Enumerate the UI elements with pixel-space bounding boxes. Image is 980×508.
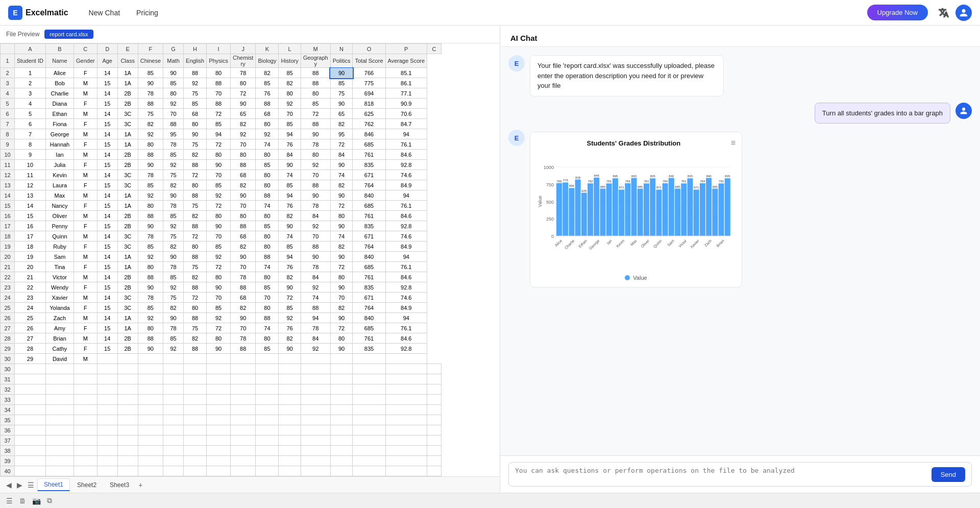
sheet-tab-1[interactable]: Sheet1 [37,478,70,491]
cell-r12-c12[interactable]: 70 [301,170,330,180]
empty-cell-r35-c13[interactable] [330,415,353,425]
cell-r17-c9[interactable]: 88 [231,221,256,231]
cell-r11-c15[interactable]: 92.8 [385,160,427,170]
cell-r27-c2[interactable]: F [74,323,97,333]
cell-r6-c9[interactable]: 65 [231,109,256,119]
sheet-menu-icon[interactable]: ☰ [26,481,36,489]
cell-r5-c4[interactable]: 2B [117,99,138,109]
empty-cell-r35-c6[interactable] [163,415,184,425]
empty-cell-r38-c13[interactable] [330,446,353,456]
empty-cell-r33-c14[interactable] [353,395,385,405]
cell-r12-c15[interactable]: 74.6 [385,170,427,180]
cell-r29-c5[interactable]: 90 [138,344,163,354]
cell-r27-c10[interactable]: 74 [256,323,279,333]
cell-r23-c13[interactable]: 90 [330,282,353,293]
cell-r19-c14[interactable]: 764 [353,241,385,252]
cell-r20-c14[interactable]: 840 [353,252,385,262]
empty-cell-r39-c5[interactable] [138,456,163,466]
empty-cell-r33-c1[interactable] [45,395,74,405]
cell-r24-c8[interactable]: 70 [207,293,231,303]
empty-cell-r36-c12[interactable] [301,425,330,436]
cell-r11-c9[interactable]: 88 [231,160,256,170]
cell-r2-c15[interactable]: 85.1 [385,68,427,78]
empty-cell-r36-c8[interactable] [207,425,231,436]
cell-r15-c7[interactable]: 75 [184,201,207,211]
cell-r11-c3[interactable]: 15 [97,160,117,170]
empty-cell-r33-c15[interactable] [385,395,427,405]
empty-cell-r33-c2[interactable] [74,395,97,405]
cell-r30-c0[interactable]: 29 [15,354,46,364]
cell-r19-c15[interactable]: 84.9 [385,241,427,252]
empty-cell-r35-c1[interactable] [45,415,74,425]
cell-r25-c14[interactable]: 764 [353,303,385,313]
cell-r23-c3[interactable]: 15 [97,282,117,293]
bottom-icon-1[interactable]: ☰ [6,497,13,505]
cell-r25-c8[interactable]: 85 [207,303,231,313]
cell-r27-c14[interactable]: 685 [353,323,385,333]
cell-r14-c11[interactable]: 94 [279,190,301,201]
cell-r16-c8[interactable]: 80 [207,211,231,221]
cell-r3-c10[interactable]: 85 [256,78,279,88]
empty-cell-r35-c0[interactable] [15,415,46,425]
empty-cell-r38-c11[interactable] [279,446,301,456]
cell-r11-c4[interactable]: 2B [117,160,138,170]
empty-cell-r36-c16[interactable] [427,425,442,436]
cell-r27-c15[interactable]: 76.1 [385,323,427,333]
cell-r20-c5[interactable]: 92 [138,252,163,262]
empty-cell-r40-c9[interactable] [231,466,256,476]
empty-cell-r30-c8[interactable] [207,364,231,374]
empty-cell-r36-c4[interactable] [117,425,138,436]
empty-cell-r39-c13[interactable] [330,456,353,466]
empty-cell-r38-c7[interactable] [184,446,207,456]
cell-r22-c12[interactable]: 84 [301,272,330,282]
cell-r8-c1[interactable]: George [45,129,74,139]
empty-cell-r33-c7[interactable] [184,395,207,405]
cell-r10-c1[interactable]: Ian [45,150,74,160]
cell-r12-c3[interactable]: 14 [97,170,117,180]
empty-cell-r40-c16[interactable] [427,466,442,476]
cell-r15-c10[interactable]: 74 [256,201,279,211]
cell-r29-c15[interactable]: 92.8 [385,344,427,354]
empty-cell-r31-c4[interactable] [117,374,138,384]
cell-r4-c13[interactable]: 75 [330,88,353,99]
empty-cell-r34-c13[interactable] [330,405,353,415]
cell-r13-c13[interactable]: 82 [330,180,353,190]
empty-cell-r37-c12[interactable] [301,436,330,446]
empty-cell-r32-c2[interactable] [74,384,97,395]
cell-r10-c4[interactable]: 2B [117,150,138,160]
cell-r4-c4[interactable]: 2B [117,88,138,99]
cell-r12-c0[interactable]: 11 [15,170,46,180]
cell-r2-c8[interactable]: 80 [207,68,231,78]
cell-r16-c9[interactable]: 80 [231,211,256,221]
cell-r10-c10[interactable]: 80 [256,150,279,160]
cell-r7-c12[interactable]: 88 [301,119,330,129]
empty-cell-r32-c6[interactable] [163,384,184,395]
empty-cell-r32-c1[interactable] [45,384,74,395]
empty-cell-r39-c2[interactable] [74,456,97,466]
cell-r11-c2[interactable]: F [74,160,97,170]
empty-cell-r30-c6[interactable] [163,364,184,374]
logo[interactable]: E Excelmatic [8,6,68,20]
cell-r22-c1[interactable]: Victor [45,272,74,282]
cell-r6-c8[interactable]: 72 [207,109,231,119]
empty-cell-r39-c1[interactable] [45,456,74,466]
empty-cell-r35-c7[interactable] [184,415,207,425]
cell-r22-c11[interactable]: 82 [279,272,301,282]
cell-r26-c2[interactable]: M [74,313,97,323]
cell-r23-c9[interactable]: 88 [231,282,256,293]
cell-r10-c11[interactable]: 84 [279,150,301,160]
cell-r22-c15[interactable]: 84.6 [385,272,427,282]
translate-icon[interactable] [936,5,951,20]
cell-r4-c14[interactable]: 694 [353,88,385,99]
cell-r3-c11[interactable]: 82 [279,78,301,88]
cell-r16-c4[interactable]: 2B [117,211,138,221]
cell-r8-c3[interactable]: 14 [97,129,117,139]
cell-r12-c11[interactable]: 74 [279,170,301,180]
cell-r28-c3[interactable]: 14 [97,333,117,344]
cell-r4-c3[interactable]: 14 [97,88,117,99]
cell-r10-c12[interactable]: 80 [301,150,330,160]
empty-cell-r38-c14[interactable] [353,446,385,456]
cell-r15-c1[interactable]: Nancy [45,201,74,211]
cell-r4-c12[interactable]: 80 [301,88,330,99]
cell-r4-c2[interactable]: M [74,88,97,99]
